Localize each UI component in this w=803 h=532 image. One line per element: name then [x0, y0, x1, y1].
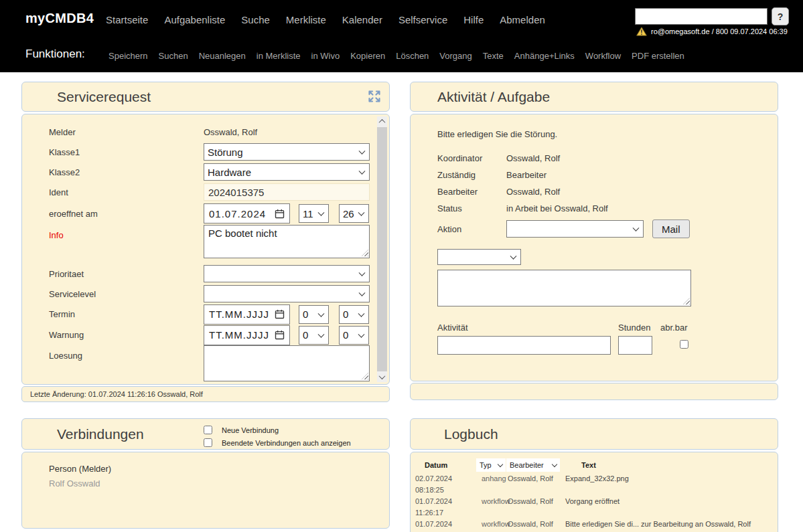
- neue-verbindung-label: Neue Verbindung: [222, 426, 279, 434]
- fn-anhaenge-links[interactable]: Anhänge+Links: [514, 51, 575, 61]
- app-logo: myCMDB4: [25, 11, 94, 26]
- servicelevel-select[interactable]: [204, 285, 370, 302]
- log-row[interactable]: 01.07.2024 11:26:17 workflow Osswald, Ro…: [415, 519, 771, 532]
- top-header: myCMDB4 Startseite Aufgabenliste Suche M…: [0, 0, 803, 72]
- warnung-date-input[interactable]: TT.MM.JJJJ: [204, 325, 290, 345]
- warnung-hour-select[interactable]: 0: [299, 326, 329, 345]
- field-row-servicelevel: Servicelevel: [49, 284, 389, 304]
- info-row-zustaendig: Zuständig Bearbeiter: [437, 167, 778, 183]
- verbindungen-title: Verbindungen: [57, 426, 144, 442]
- info-row-bearbeiter: Bearbeiter Osswald, Rolf: [437, 183, 778, 200]
- eroeffnet-minute-select[interactable]: 26: [339, 204, 369, 223]
- eroeffnet-date-input[interactable]: 01.07.2024: [204, 203, 290, 224]
- fn-neuanlegen[interactable]: Neuanlegen: [199, 51, 246, 61]
- nav-hilfe[interactable]: Hilfe: [463, 14, 484, 25]
- aktivitaet-body: Bitte erledigen Sie die Störung. Koordin…: [410, 114, 778, 381]
- fn-kopieren[interactable]: Kopieren: [350, 51, 385, 61]
- info-row-koordinator: Koordinator Osswald, Rolf: [437, 150, 778, 167]
- aktivitaet-input[interactable]: [437, 336, 611, 355]
- fn-in-wivo[interactable]: in Wivo: [311, 51, 340, 61]
- scrollbar[interactable]: [377, 116, 387, 382]
- calendar-icon[interactable]: [275, 209, 285, 219]
- col-datum: Datum: [415, 461, 476, 469]
- fn-suchen[interactable]: Suchen: [159, 51, 188, 61]
- fn-vorgang[interactable]: Vorgang: [439, 51, 471, 61]
- calendar-icon[interactable]: [275, 309, 285, 319]
- scroll-down-icon[interactable]: [377, 372, 387, 382]
- verbindung-entry-value[interactable]: Rolf Osswald: [49, 478, 389, 489]
- servicerequest-body: Melder Osswald, Rolf Klasse1 Störung Kla…: [21, 114, 390, 385]
- prioritaet-select[interactable]: [204, 265, 370, 282]
- servicerequest-footer: Letzte Änderung: 01.07.2024 11:26:16 Oss…: [21, 386, 390, 402]
- nav-aufgabenliste[interactable]: Aufgabenliste: [164, 14, 225, 25]
- field-row-melder: Melder Osswald, Rolf: [49, 122, 389, 142]
- melder-value: Osswald, Rolf: [204, 127, 257, 137]
- fn-pdf-erstellen[interactable]: PDF erstellen: [632, 51, 684, 61]
- main-nav: Startseite Aufgabenliste Suche Merkliste…: [106, 14, 545, 25]
- field-row-klasse1: Klasse1 Störung: [49, 142, 389, 162]
- kommentar-textarea[interactable]: [437, 270, 691, 306]
- abrbar-checkbox[interactable]: [680, 340, 688, 349]
- aktivitaet-footer: [410, 383, 778, 400]
- servicerequest-title: Servicerequest: [57, 89, 151, 105]
- beendete-verbindungen-label: Beendete Verbindungen auch anzeigen: [222, 439, 351, 447]
- info-textarea[interactable]: PC bootet nicht: [204, 225, 370, 258]
- fn-in-merkliste[interactable]: in Merkliste: [257, 51, 301, 61]
- scroll-up-icon[interactable]: [377, 116, 387, 126]
- aktivitaet-label: Aktivität: [437, 323, 468, 333]
- task-instruction: Bitte erledigen Sie die Störung.: [437, 129, 778, 139]
- aktion-row: Aktion Mail: [437, 218, 778, 240]
- abrbar-label: abr.bar: [660, 323, 687, 333]
- nav-suche[interactable]: Suche: [241, 14, 270, 25]
- verbindung-entry-title: Person (Melder): [49, 464, 389, 474]
- fn-texte[interactable]: Texte: [483, 51, 504, 61]
- nav-kalender[interactable]: Kalender: [342, 14, 382, 25]
- beendete-verbindungen-checkbox[interactable]: [204, 438, 212, 447]
- aktivitaet-header: Aktivität / Aufgabe: [410, 82, 778, 112]
- logbuch-body: Datum Typ Bearbeiter Text 02.07.2024 08:…: [410, 452, 778, 532]
- fn-speichern[interactable]: Speichern: [108, 51, 148, 61]
- log-row[interactable]: 01.07.2024 11:26:17 workflow Osswald, Ro…: [415, 496, 771, 519]
- help-button[interactable]: ?: [772, 7, 789, 25]
- bearbeiter-filter-select[interactable]: Bearbeiter: [506, 458, 560, 472]
- eroeffnet-hour-select[interactable]: 11: [299, 204, 329, 223]
- warning-icon: [636, 27, 647, 36]
- klasse2-select[interactable]: Hardware: [204, 163, 370, 181]
- klasse1-select[interactable]: Störung: [204, 143, 370, 161]
- termin-hour-select[interactable]: 0: [299, 305, 329, 324]
- scroll-thumb[interactable]: [377, 127, 387, 371]
- mail-button[interactable]: Mail: [652, 219, 690, 238]
- nav-merkliste[interactable]: Merkliste: [286, 14, 326, 25]
- stunden-input[interactable]: [618, 336, 652, 355]
- calendar-icon[interactable]: [275, 330, 285, 340]
- field-row-ident: Ident 2024015375: [49, 182, 389, 202]
- fn-workflow[interactable]: Workflow: [585, 51, 621, 61]
- typ-select[interactable]: [437, 249, 521, 265]
- app: myCMDB4 Startseite Aufgabenliste Suche M…: [0, 0, 803, 532]
- nav-selfservice[interactable]: Selfservice: [398, 14, 447, 25]
- termin-date-input[interactable]: TT.MM.JJJJ: [204, 304, 290, 325]
- stunden-label: Stunden: [618, 323, 650, 333]
- field-row-warnung: Warnung TT.MM.JJJJ 0 0: [49, 325, 389, 345]
- verbindungen-options: Neue Verbindung Beendete Verbindungen au…: [204, 424, 351, 449]
- nav-startseite[interactable]: Startseite: [106, 14, 148, 25]
- logbuch-column-header: Datum Typ Bearbeiter Text: [415, 457, 771, 473]
- aktion-select[interactable]: [506, 220, 644, 238]
- field-row-eroeffnet: eroeffnet am 01.07.2024 11 26: [49, 202, 389, 225]
- fn-loeschen[interactable]: Löschen: [396, 51, 429, 61]
- search-input[interactable]: [635, 8, 768, 25]
- neue-verbindung-checkbox[interactable]: [204, 426, 212, 434]
- expand-icon[interactable]: [366, 88, 382, 104]
- logbuch-title: Logbuch: [444, 426, 498, 442]
- aktivitaet-fields: Aktivität Stunden abr.bar: [437, 323, 745, 376]
- nav-abmelden[interactable]: Abmelden: [500, 14, 545, 25]
- aktivitaet-title: Aktivität / Aufgabe: [437, 89, 550, 105]
- loesung-textarea[interactable]: [204, 345, 370, 381]
- log-row[interactable]: 02.07.2024 08:18:25 anhang Osswald, Rolf…: [415, 473, 771, 496]
- ident-field: 2024015375: [204, 183, 370, 201]
- typ-filter-select[interactable]: Typ: [476, 458, 506, 472]
- warnung-minute-select[interactable]: 0: [339, 326, 369, 345]
- servicerequest-header: Servicerequest: [21, 82, 390, 112]
- termin-minute-select[interactable]: 0: [339, 305, 369, 324]
- field-row-prioritaet: Prioritaet: [49, 264, 389, 284]
